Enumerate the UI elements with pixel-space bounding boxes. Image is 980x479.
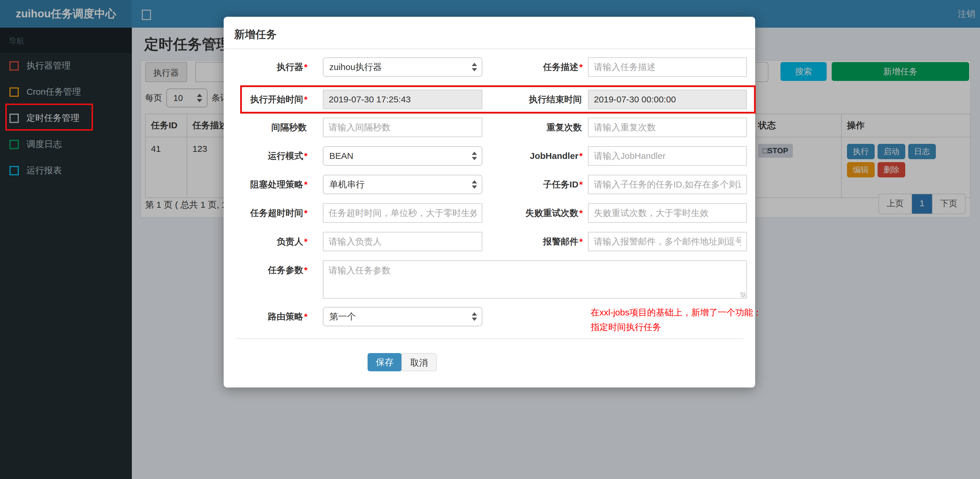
run-mode-label: 运行模式* bbox=[224, 146, 307, 166]
block-strategy-select[interactable]: 单机串行 bbox=[323, 175, 482, 194]
job-param-label: 任务参数* bbox=[224, 260, 307, 280]
jobhandler-label: JobHandler* bbox=[483, 146, 583, 166]
alarm-email-label: 报警邮件* bbox=[483, 232, 583, 251]
start-time-field[interactable] bbox=[323, 90, 482, 109]
end-time-label: 执行结束时间 bbox=[483, 90, 583, 109]
owner-input[interactable] bbox=[323, 232, 482, 251]
select-arrows-icon bbox=[472, 63, 477, 72]
retry-label: 失败重试次数* bbox=[483, 203, 583, 223]
select-arrows-icon bbox=[472, 180, 477, 189]
interval-input[interactable] bbox=[323, 118, 482, 137]
alarm-email-input[interactable] bbox=[588, 232, 747, 251]
modal-title: 新增任务 bbox=[234, 27, 277, 42]
executor-select[interactable]: zuihou执行器 bbox=[323, 57, 482, 77]
repeat-label: 重复次数 bbox=[483, 118, 583, 137]
run-mode-select[interactable]: BEAN bbox=[323, 146, 482, 166]
form-row-job-param: 任务参数* bbox=[224, 260, 755, 299]
child-task-input[interactable] bbox=[588, 175, 747, 194]
executor-label: 执行器* bbox=[224, 57, 307, 77]
block-strategy-label: 阻塞处理策略* bbox=[224, 175, 307, 194]
form-row-timeout: 任务超时时间* 失败重试次数* bbox=[224, 203, 755, 223]
form-row-owner: 负责人* 报警邮件* bbox=[224, 232, 755, 251]
feature-note: 在xxl-jobs项目的基础上，新增了一个功能： 指定时间执行任务 bbox=[591, 305, 814, 334]
route-strategy-select[interactable]: 第一个 bbox=[323, 307, 482, 326]
form-row-route-strategy: 路由策略* 第一个 在xxl-jobs项目的基础上，新增了一个功能： 指定时间执… bbox=[224, 307, 755, 326]
modal-footer-divider bbox=[235, 338, 743, 339]
route-strategy-label: 路由策略* bbox=[224, 307, 307, 326]
form-row-executor: 执行器* zuihou执行器 任务描述* bbox=[224, 57, 755, 77]
select-arrows-icon bbox=[472, 312, 477, 321]
form-row-interval: 间隔秒数 重复次数 bbox=[224, 118, 755, 137]
resize-grip-icon[interactable] bbox=[740, 292, 746, 298]
job-desc-input[interactable] bbox=[588, 57, 747, 77]
timeout-input[interactable] bbox=[323, 203, 482, 223]
modal-title-divider bbox=[224, 49, 755, 49]
job-desc-label: 任务描述* bbox=[483, 57, 583, 77]
cancel-button[interactable]: 取消 bbox=[401, 353, 437, 371]
repeat-input[interactable] bbox=[588, 118, 747, 137]
select-arrows-icon bbox=[472, 152, 477, 160]
add-task-modal: 新增任务 执行器* zuihou执行器 任务描述* 执行开始时间* 执行结束时间… bbox=[224, 17, 755, 387]
child-task-label: 子任务ID* bbox=[483, 175, 583, 194]
timeout-label: 任务超时时间* bbox=[224, 203, 307, 223]
feature-note-line2: 指定时间执行任务 bbox=[591, 320, 814, 334]
end-time-field[interactable] bbox=[588, 90, 747, 109]
interval-label: 间隔秒数 bbox=[224, 118, 307, 137]
app-screen: zuihou任务调度中心 注销 导航 执行器管理 Cron任务管理 定时任务管理… bbox=[0, 0, 980, 479]
job-param-textarea[interactable] bbox=[323, 260, 747, 299]
feature-note-line1: 在xxl-jobs项目的基础上，新增了一个功能： bbox=[591, 305, 814, 320]
form-row-block-strategy: 阻塞处理策略* 单机串行 子任务ID* bbox=[224, 175, 755, 194]
owner-label: 负责人* bbox=[224, 232, 307, 251]
save-button[interactable]: 保存 bbox=[368, 353, 402, 371]
jobhandler-input[interactable] bbox=[588, 146, 747, 166]
start-time-label: 执行开始时间* bbox=[224, 90, 307, 109]
retry-input[interactable] bbox=[588, 203, 747, 223]
form-row-exec-time: 执行开始时间* 执行结束时间 bbox=[224, 90, 755, 109]
form-row-run-mode: 运行模式* BEAN JobHandler* bbox=[224, 146, 755, 166]
